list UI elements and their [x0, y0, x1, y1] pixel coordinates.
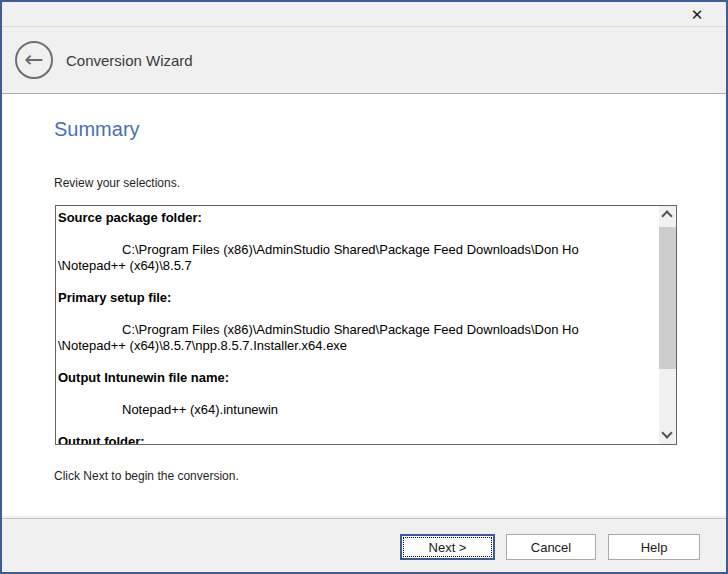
- summary-section-heading: Primary setup file:: [58, 290, 658, 306]
- summary-section-heading: Output folder:: [58, 434, 658, 444]
- next-hint-text: Click Next to begin the conversion.: [54, 469, 239, 483]
- chevron-down-icon: [661, 427, 672, 438]
- button-bar: Next > Cancel Help: [2, 518, 726, 572]
- wizard-page-summary: Summary Review your selections. Source p…: [2, 94, 726, 516]
- summary-value-line: C:\Program Files (x86)\AdminStudio Share…: [58, 242, 658, 258]
- wizard-header: ← Conversion Wizard: [2, 27, 726, 94]
- summary-value-line: C:\Program Files (x86)\AdminStudio Share…: [58, 322, 658, 338]
- summary-section-heading: Source package folder:: [58, 210, 658, 226]
- summary-value-line: Notepad++ (x64).intunewin: [58, 402, 658, 418]
- back-button[interactable]: ←: [15, 41, 53, 79]
- back-arrow-icon: ←: [24, 48, 43, 71]
- summary-textbox-content: Source package folder:C:\Program Files (…: [56, 206, 658, 444]
- close-button[interactable]: ✕: [684, 4, 710, 26]
- cancel-button[interactable]: Cancel: [506, 534, 596, 560]
- vertical-scrollbar[interactable]: [659, 206, 676, 444]
- wizard-title: Conversion Wizard: [66, 52, 193, 69]
- scrollbar-thumb[interactable]: [659, 227, 676, 369]
- page-title: Summary: [54, 118, 140, 141]
- scroll-down-button[interactable]: [659, 427, 676, 444]
- summary-value-line: \Notepad++ (x64)\8.5.7\npp.8.5.7.Install…: [58, 338, 658, 354]
- title-bar: ✕: [2, 2, 726, 27]
- summary-section-heading: Output Intunewin file name:: [58, 370, 658, 386]
- next-button[interactable]: Next >: [400, 534, 495, 560]
- chevron-up-icon: [661, 210, 672, 221]
- scroll-up-button[interactable]: [659, 206, 676, 223]
- instruction-text: Review your selections.: [54, 176, 180, 190]
- close-icon: ✕: [691, 6, 704, 24]
- summary-textbox[interactable]: Source package folder:C:\Program Files (…: [55, 205, 677, 445]
- help-button[interactable]: Help: [608, 534, 700, 560]
- conversion-wizard-dialog: ✕ ← Conversion Wizard Summary Review you…: [0, 0, 728, 574]
- summary-value-line: \Notepad++ (x64)\8.5.7: [58, 258, 658, 274]
